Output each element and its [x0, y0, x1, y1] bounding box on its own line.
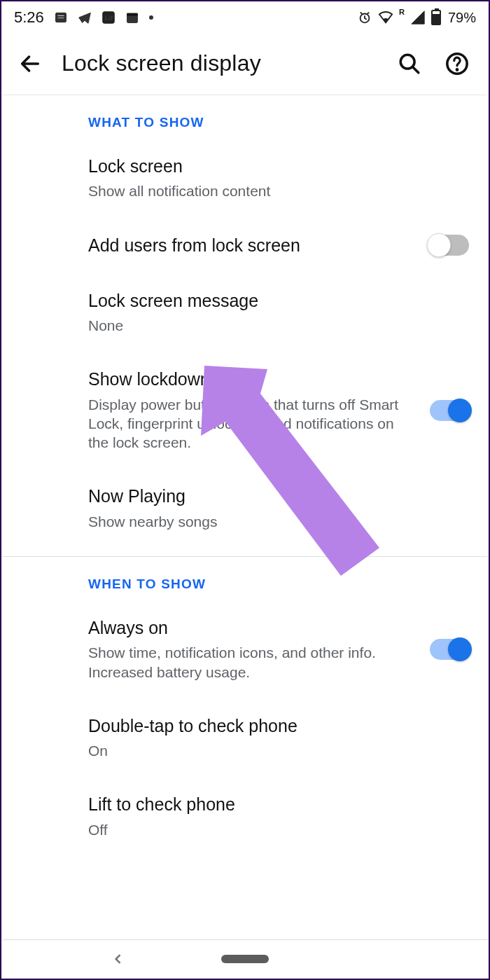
settings-list: WHAT TO SHOW Lock screen Show all notifi… [3, 95, 487, 939]
alarm-icon [357, 10, 372, 25]
messages-icon [54, 11, 68, 25]
setting-subtitle: On [88, 741, 456, 760]
setting-add-users[interactable]: Add users from lock screen [3, 218, 487, 273]
setting-title: Now Playing [88, 485, 456, 507]
status-bar: 5:26 LR R 79% [3, 3, 487, 32]
page-title: Lock screen display [62, 50, 378, 76]
lr-app-icon: LR [102, 11, 115, 25]
setting-title: Lock screen [88, 156, 456, 177]
nav-home-pill[interactable] [221, 955, 269, 963]
setting-title: Double-tap to check phone [88, 715, 456, 737]
setting-subtitle: Off [88, 820, 456, 839]
setting-lift-to-check[interactable]: Lift to check phone Off [3, 777, 487, 856]
wifi-icon [378, 10, 393, 25]
battery-percent: 79% [448, 10, 476, 26]
svg-rect-2 [57, 18, 64, 19]
setting-always-on[interactable]: Always on Show time, notification icons,… [3, 600, 487, 698]
search-icon[interactable] [398, 52, 421, 76]
more-notifications-icon [149, 15, 153, 20]
setting-lock-screen-message[interactable]: Lock screen message None [3, 273, 487, 352]
section-what-to-show: WHAT TO SHOW Lock screen Show all notifi… [3, 95, 487, 557]
svg-rect-1 [57, 15, 64, 17]
app-bar: Lock screen display [3, 32, 487, 95]
setting-subtitle: Show all notification content [88, 181, 456, 200]
setting-title: Lock screen message [88, 290, 456, 312]
calendar-icon [125, 11, 139, 25]
setting-title: Always on [88, 617, 417, 639]
setting-subtitle: None [88, 316, 456, 335]
setting-double-tap[interactable]: Double-tap to check phone On [3, 698, 487, 778]
setting-title: Add users from lock screen [88, 235, 417, 256]
setting-subtitle: Show nearby songs [88, 512, 456, 531]
section-when-to-show: WHEN TO SHOW Always on Show time, notifi… [3, 557, 487, 864]
telegram-icon [78, 11, 92, 25]
svg-point-10 [456, 68, 458, 70]
setting-lockdown-option[interactable]: Show lockdown option Display power butto… [3, 352, 487, 469]
setting-lock-screen[interactable]: Lock screen Show all notification conten… [3, 139, 487, 218]
system-nav-bar [3, 939, 487, 977]
battery-icon [431, 10, 441, 25]
section-header: WHEN TO SHOW [3, 577, 487, 600]
back-arrow-icon[interactable] [18, 52, 42, 76]
roaming-icon: R [399, 8, 405, 16]
help-icon[interactable] [445, 52, 469, 76]
setting-title: Lift to check phone [88, 794, 456, 815]
signal-icon [410, 10, 426, 25]
setting-now-playing[interactable]: Now Playing Show nearby songs [3, 469, 487, 548]
status-time: 5:26 [14, 8, 44, 27]
toggle-always-on[interactable] [430, 639, 469, 660]
setting-title: Show lockdown option [88, 368, 417, 390]
section-header: WHAT TO SHOW [3, 115, 487, 139]
setting-subtitle: Show time, notification icons, and other… [88, 643, 417, 682]
svg-rect-6 [127, 13, 137, 15]
nav-back-icon[interactable] [111, 952, 125, 966]
toggle-add-users[interactable] [430, 235, 469, 256]
toggle-lockdown[interactable] [430, 400, 469, 421]
setting-subtitle: Display power button option that turns o… [88, 395, 417, 453]
svg-text:LR: LR [104, 14, 113, 22]
